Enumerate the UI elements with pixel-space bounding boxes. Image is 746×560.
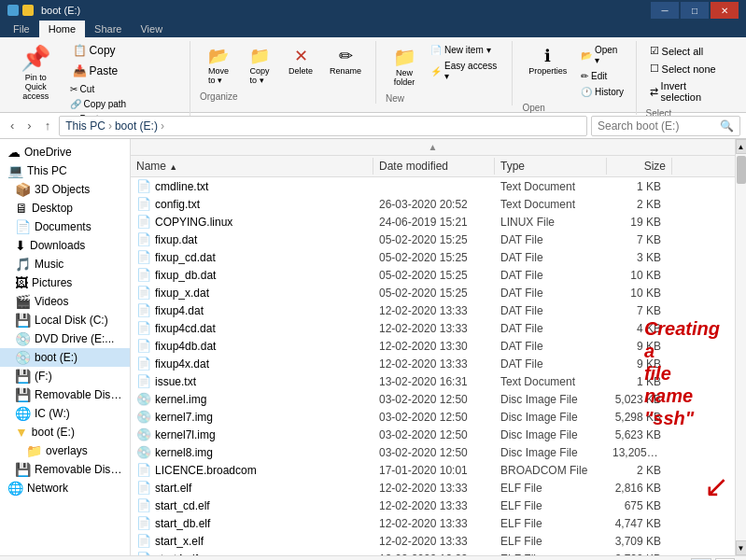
scroll-up-icon[interactable]: ▲ — [429, 142, 438, 152]
pin-to-quick-access-button[interactable]: 📌 Pin to Quickaccess — [7, 41, 64, 104]
file-icon: 📄 — [136, 552, 151, 555]
sidebar-item-boot-e2[interactable]: ▼ boot (E:) — [0, 423, 130, 441]
invert-selection-button[interactable]: ⇄ Invert selection — [646, 78, 731, 105]
sidebar-item-downloads[interactable]: ⬇ Downloads — [0, 236, 130, 255]
copy-button[interactable]: 📋 Copy — [66, 41, 141, 60]
sidebar-item-ic-w[interactable]: 🌐 IC (W:) — [0, 404, 130, 423]
table-row[interactable]: 💿kernel7.img03-02-2020 12:50Disc Image F… — [131, 408, 735, 426]
open-button[interactable]: 📂 Open ▾ — [577, 43, 628, 67]
cut-button[interactable]: ✂ Cut — [66, 82, 141, 96]
tab-view[interactable]: View — [131, 21, 172, 37]
desktop-icon: 🖥 — [15, 201, 28, 216]
file-name-cell: 📄fixup4x.dat — [131, 356, 373, 371]
table-row[interactable]: 📄LICENCE.broadcom17-01-2020 10:01BROADCO… — [131, 461, 735, 479]
col-header-name[interactable]: Name ▲ — [131, 158, 373, 175]
table-row[interactable]: 📄fixup4db.dat12-02-2020 13:30DAT File9 K… — [131, 337, 735, 355]
table-row[interactable]: 📄fixup_db.dat05-02-2020 15:25DAT File10 … — [131, 266, 735, 284]
search-bar[interactable]: 🔍 — [591, 116, 740, 136]
sidebar-item-videos[interactable]: 🎬 Videos — [0, 292, 130, 311]
file-name-label: config.txt — [155, 198, 200, 211]
table-row[interactable]: 📄fixup4cd.dat12-02-2020 13:33DAT File4 K… — [131, 319, 735, 337]
table-row[interactable]: 📄cmdline.txtText Document1 KB — [131, 177, 735, 195]
table-row[interactable]: 📄COPYING.linux24-06-2019 15:21LINUX File… — [131, 213, 735, 231]
breadcrumb[interactable]: This PC › boot (E:) › — [59, 116, 587, 136]
sidebar-item-local-disk-c[interactable]: 💾 Local Disk (C:) — [0, 311, 130, 329]
sidebar-item-3d-objects[interactable]: 📦 3D Objects — [0, 180, 130, 199]
select-none-button[interactable]: ☐ Select none — [646, 61, 731, 77]
table-row[interactable]: 📄start_cd.elf12-02-2020 13:33ELF File675… — [131, 497, 735, 514]
table-row[interactable]: 💿kernel8.img03-02-2020 12:50Disc Image F… — [131, 443, 735, 461]
sidebar-item-onedrive[interactable]: ☁ OneDrive — [0, 143, 130, 161]
removable-h-icon: 💾 — [15, 387, 31, 402]
tab-share[interactable]: Share — [85, 21, 131, 37]
breadcrumb-boot[interactable]: boot (E:) — [115, 119, 158, 133]
new-group: 📁 Newfolder 📄 New item ▾ ⚡ Easy access ▾… — [378, 41, 513, 105]
col-header-date[interactable]: Date modified — [373, 158, 495, 175]
minimize-button[interactable]: ─ — [651, 2, 679, 19]
file-type-cell: Disc Image File — [495, 410, 607, 425]
sidebar-item-dvd-drive-e[interactable]: 💿 DVD Drive (E:... — [0, 329, 130, 348]
sidebar-item-desktop[interactable]: 🖥 Desktop — [0, 199, 130, 217]
scroll-up-button[interactable]: ▲ — [736, 139, 747, 154]
table-row[interactable]: 📄start_x.elf12-02-2020 13:33ELF File3,70… — [131, 532, 735, 550]
table-row[interactable]: 📄fixup_cd.dat05-02-2020 15:25DAT File3 K… — [131, 248, 735, 266]
sidebar-item-pictures[interactable]: 🖼 Pictures — [0, 273, 130, 292]
table-row[interactable]: 📄start.elf12-02-2020 13:33ELF File2,816 … — [131, 479, 735, 497]
app-icon-2 — [22, 5, 34, 16]
scroll-down-button[interactable]: ▼ — [736, 540, 747, 555]
file-type-cell: Text Document — [495, 374, 607, 389]
table-row[interactable]: 📄fixup_x.dat05-02-2020 15:25DAT File10 K… — [131, 284, 735, 301]
table-row[interactable]: 📄fixup4x.dat12-02-2020 13:33DAT File9 KB — [131, 355, 735, 372]
easy-access-button[interactable]: ⚡ Easy access ▾ — [427, 59, 504, 83]
overlays-icon: 📁 — [26, 443, 42, 458]
col-header-type[interactable]: Type — [495, 158, 607, 175]
file-name-cell: 📄fixup4.dat — [131, 302, 373, 318]
sidebar-item-boot-e[interactable]: 💿 boot (E:) — [0, 348, 130, 367]
table-row[interactable]: 📄fixup.dat05-02-2020 15:25DAT File7 KB — [131, 231, 735, 248]
sidebar-item-overlays[interactable]: 📁 overlays — [0, 441, 130, 460]
table-row[interactable]: 💿kernel.img03-02-2020 12:50Disc Image Fi… — [131, 390, 735, 408]
sidebar-item-network[interactable]: 🌐 Network — [0, 479, 130, 497]
table-row[interactable]: 💿kernel7l.img03-02-2020 12:50Disc Image … — [131, 426, 735, 443]
properties-button[interactable]: ℹ Properties — [522, 43, 573, 99]
sidebar-item-removable-h[interactable]: 💾 Removable Disk (H:) — [0, 385, 130, 404]
table-row[interactable]: 📄start_db.elf12-02-2020 13:33ELF File4,7… — [131, 514, 735, 532]
sidebar-item-music[interactable]: 🎵 Music — [0, 255, 130, 273]
scrollbar-thumb[interactable] — [737, 156, 746, 184]
file-type-cell: DAT File — [495, 250, 607, 265]
forward-button[interactable]: › — [22, 117, 35, 134]
table-row[interactable]: 📄fixup4.dat12-02-2020 13:33DAT File7 KB — [131, 301, 735, 319]
up-button[interactable]: ↑ — [40, 117, 56, 134]
tab-home[interactable]: Home — [39, 21, 85, 37]
maximize-button[interactable]: □ — [681, 2, 709, 19]
file-name-cell: 📄start4.elf — [131, 551, 373, 555]
rename-button[interactable]: ✏ Rename — [323, 43, 368, 88]
copy-path-button[interactable]: 🔗 Copy path — [66, 97, 141, 111]
open-group-label: Open — [522, 103, 627, 113]
sidebar-item-f[interactable]: 💾 (F:) — [0, 367, 130, 385]
new-sub-buttons: 📄 New item ▾ ⚡ Easy access ▾ — [427, 43, 504, 83]
sidebar-item-this-pc[interactable]: 💻 This PC — [0, 161, 130, 180]
select-all-button[interactable]: ☑ Select all — [646, 43, 731, 59]
tab-file[interactable]: File — [4, 21, 39, 37]
file-name-cell: 📄COPYING.linux — [131, 214, 373, 230]
paste-button[interactable]: 📥 Paste — [66, 62, 141, 80]
delete-button[interactable]: ✕ Delete — [282, 43, 319, 88]
table-row[interactable]: 📄issue.txt13-02-2020 16:31Text Document1… — [131, 372, 735, 390]
col-header-size[interactable]: Size — [607, 158, 672, 175]
back-button[interactable]: ‹ — [6, 117, 19, 134]
sidebar-item-documents[interactable]: 📄 Documents — [0, 217, 130, 236]
new-folder-button[interactable]: 📁 Newfolder — [386, 43, 423, 90]
edit-button[interactable]: ✏ Edit — [577, 69, 628, 83]
new-item-button[interactable]: 📄 New item ▾ — [427, 43, 504, 57]
move-to-button[interactable]: 📂 Moveto ▾ — [200, 43, 237, 88]
close-button[interactable]: ✕ — [711, 2, 739, 19]
history-button[interactable]: 🕐 History — [577, 85, 628, 99]
sidebar-item-label: boot (E:) — [35, 351, 77, 364]
search-input[interactable] — [598, 119, 720, 133]
breadcrumb-this-pc[interactable]: This PC — [65, 119, 106, 133]
table-row[interactable]: 📄start4.elf12-02-2020 13:33ELF File2,720… — [131, 550, 735, 555]
sidebar-item-removable-h2[interactable]: 💾 Removable Disk (H:) — [0, 460, 130, 479]
table-row[interactable]: 📄config.txt26-03-2020 20:52Text Document… — [131, 195, 735, 213]
copy-to-button[interactable]: 📁 Copyto ▾ — [241, 43, 278, 88]
